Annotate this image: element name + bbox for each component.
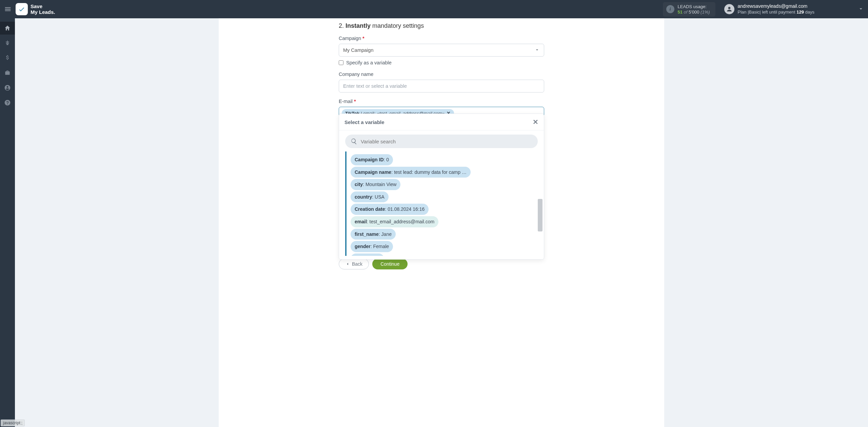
plan-name: Basic (749, 9, 760, 15)
dollar-icon (4, 55, 11, 61)
account-email: andrewsavemyleads@gmail.com (738, 3, 814, 9)
hamburger-menu[interactable] (3, 4, 13, 14)
variable-panel-title: Select a variable (344, 119, 384, 125)
plan-prefix: Plan | (738, 9, 749, 15)
sitemap-icon (4, 40, 11, 46)
variable-chip[interactable]: Group ID: 0 (351, 253, 384, 256)
company-label: Company name (339, 72, 373, 77)
vertical-nav (0, 18, 15, 427)
usage-text: LEADS usage: 51 of 5'000 (1%) (678, 4, 710, 15)
account-block[interactable]: andrewsavemyleads@gmail.com Plan |Basic|… (724, 3, 814, 15)
user-circle-icon (4, 84, 11, 91)
variable-panel: Select a variable ✕ Campaign ID: 0Ca (339, 114, 544, 260)
variable-chip[interactable]: email: test_email_address@mail.com (351, 216, 438, 227)
logo-line2: My Leads. (31, 9, 55, 15)
app-header: Save My Leads. i LEADS usage: 51 of 5'00… (0, 0, 868, 18)
back-label: Back (352, 261, 362, 267)
plan-days-suffix: days (804, 9, 814, 15)
continue-label: Continue (380, 261, 399, 267)
form-canvas: 2. Instantly mandatory settings Campaign… (219, 18, 664, 427)
hamburger-icon (4, 5, 12, 13)
field-campaign: Campaign * My Campaign Specify as a vari… (339, 36, 544, 65)
info-icon: i (666, 5, 674, 13)
variable-scrollbar[interactable] (538, 199, 542, 231)
campaign-select[interactable]: My Campaign (339, 44, 544, 57)
briefcase-icon (4, 69, 11, 76)
section-tail: mandatory settings (371, 22, 424, 29)
chevron-down-icon (858, 6, 864, 12)
content-area: 2. Instantly mandatory settings Campaign… (15, 18, 868, 427)
usage-pct: (1%) (699, 9, 710, 15)
email-label: E-mail (339, 99, 353, 104)
required-star: * (354, 99, 356, 104)
status-tip: javascript:; (1, 420, 25, 426)
company-input[interactable]: Enter text or select a variable (339, 80, 544, 93)
nav-work[interactable] (0, 66, 15, 79)
nav-profile[interactable] (0, 81, 15, 94)
variable-chip[interactable]: country: USA (351, 191, 389, 203)
variable-chip[interactable]: Creation date: 01.08.2024 16:16 (351, 204, 429, 215)
logo-line1: Save (31, 3, 42, 9)
required-star: * (362, 36, 364, 41)
app-logo[interactable]: Save My Leads. (16, 3, 55, 15)
variable-chip[interactable]: Campaign name: test lead: dummy data for… (351, 167, 471, 178)
home-icon (4, 25, 11, 32)
campaign-label: Campaign (339, 36, 361, 41)
chevron-left-icon (345, 262, 350, 266)
account-caret[interactable] (858, 6, 864, 13)
field-company: Company name Enter text or select a vari… (339, 72, 544, 93)
nav-help[interactable] (0, 96, 15, 109)
variable-panel-close[interactable]: ✕ (533, 118, 538, 126)
specify-variable-row[interactable]: Specify as a variable (339, 60, 544, 65)
nav-billing[interactable] (0, 52, 15, 64)
section-num: 2. (339, 22, 344, 29)
section-title: 2. Instantly mandatory settings (339, 22, 544, 29)
avatar (724, 4, 734, 14)
variable-search[interactable] (345, 135, 538, 148)
specify-variable-checkbox[interactable] (339, 60, 343, 65)
plan-mid: | left until payment (760, 9, 796, 15)
specify-variable-label: Specify as a variable (346, 60, 392, 65)
variable-chip[interactable]: first_name: Jane (351, 229, 396, 240)
variable-chip[interactable]: city: Mountain View (351, 179, 400, 190)
company-placeholder: Enter text or select a variable (343, 83, 407, 89)
logo-mark (16, 3, 28, 15)
check-icon (18, 5, 25, 13)
variable-chip[interactable]: gender: Female (351, 241, 393, 252)
usage-total: 5'000 (689, 9, 699, 15)
section-bold: Instantly (346, 22, 371, 29)
usage-label: LEADS usage: (678, 4, 710, 9)
back-button[interactable]: Back (339, 259, 369, 269)
usage-of: of (683, 9, 689, 15)
continue-button[interactable]: Continue (372, 259, 408, 269)
variable-list: Campaign ID: 0Campaign name: test lead: … (345, 151, 538, 256)
chevron-down-icon (534, 47, 540, 54)
variable-chip[interactable]: Campaign ID: 0 (351, 154, 393, 165)
logo-text: Save My Leads. (31, 3, 55, 15)
field-email: E-mail * TikTok | email: «test_email_add… (339, 99, 544, 269)
account-text: andrewsavemyleads@gmail.com Plan |Basic|… (738, 3, 814, 15)
help-icon (4, 99, 11, 106)
nav-connections[interactable] (0, 37, 15, 49)
nav-home[interactable] (0, 22, 15, 35)
search-icon (351, 138, 357, 145)
campaign-value: My Campaign (343, 47, 373, 53)
plan-days-num: 129 (796, 9, 804, 15)
usage-used: 51 (678, 9, 683, 15)
variable-search-input[interactable] (361, 139, 532, 144)
usage-box[interactable]: i LEADS usage: 51 of 5'000 (1%) (663, 2, 715, 17)
user-icon (726, 6, 733, 13)
